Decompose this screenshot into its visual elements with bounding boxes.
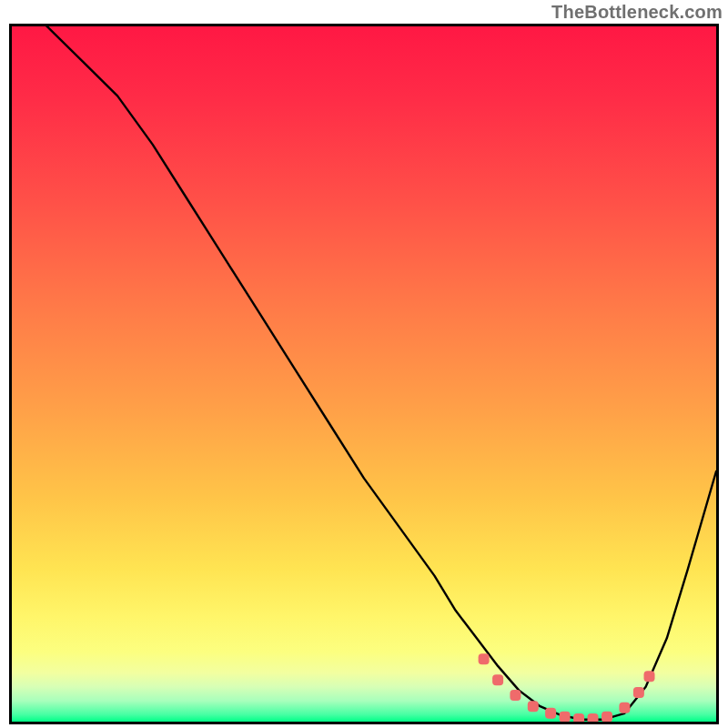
highlight-marker bbox=[602, 712, 612, 722]
highlight-marker bbox=[560, 712, 571, 722]
highlight-markers bbox=[479, 653, 655, 722]
highlight-marker bbox=[545, 708, 556, 719]
bottleneck-curve bbox=[12, 26, 716, 720]
highlight-marker bbox=[633, 687, 644, 698]
chart-container: TheBottleneck.com bbox=[0, 0, 728, 728]
highlight-marker bbox=[588, 713, 599, 722]
highlight-marker bbox=[573, 713, 584, 722]
highlight-marker bbox=[510, 690, 521, 701]
plot-frame bbox=[9, 24, 719, 724]
highlight-marker bbox=[619, 703, 630, 713]
curve-layer bbox=[12, 26, 716, 722]
watermark-text: TheBottleneck.com bbox=[551, 2, 723, 23]
highlight-marker bbox=[492, 674, 503, 685]
highlight-marker bbox=[644, 671, 655, 682]
highlight-marker bbox=[479, 653, 490, 664]
highlight-marker bbox=[528, 701, 539, 712]
